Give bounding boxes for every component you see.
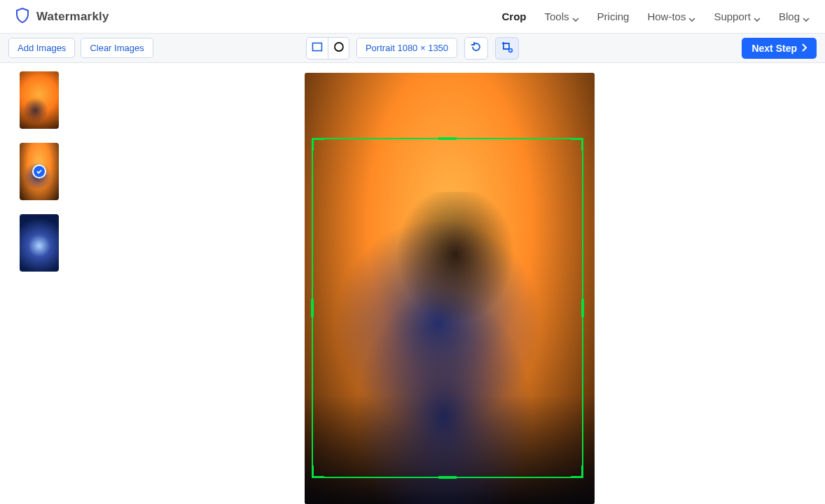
chevron-down-icon [803, 13, 810, 20]
brand-wrap: Watermarkly [15, 8, 109, 26]
rotate-ccw-icon [470, 41, 483, 56]
nav-tools-label: Tools [545, 10, 569, 22]
thumbnail-sidebar [0, 63, 74, 504]
add-images-button[interactable]: Add Images [8, 38, 75, 58]
nav-crop[interactable]: Crop [502, 10, 527, 22]
rectangle-icon [312, 42, 323, 55]
thumbnail-1[interactable] [20, 71, 59, 129]
crop-handle-bottom-right[interactable] [571, 465, 583, 478]
circle-shape-button[interactable] [328, 38, 349, 59]
main-image[interactable] [305, 73, 595, 504]
crop-handle-top-right[interactable] [571, 138, 583, 150]
crop-handle-left[interactable] [311, 299, 314, 317]
app-header: Watermarkly Crop Tools Pricing How-tos S… [0, 0, 825, 34]
batch-apply-button[interactable] [495, 37, 519, 59]
canvas-area [74, 63, 825, 504]
selected-check-icon [32, 164, 46, 178]
nav-howtos[interactable]: How-tos [647, 10, 695, 22]
chevron-down-icon [754, 13, 761, 20]
next-step-label: Next Step [751, 43, 797, 54]
crop-handle-right[interactable] [581, 299, 584, 317]
aspect-shape-toggle [306, 37, 349, 59]
nav-pricing[interactable]: Pricing [597, 10, 630, 22]
nav-blog-label: Blog [779, 10, 800, 22]
rectangle-shape-button[interactable] [307, 38, 328, 59]
rotate-button[interactable] [464, 37, 488, 59]
chevron-right-icon [801, 43, 807, 54]
circle-icon [333, 41, 344, 55]
thumbnail-3[interactable] [20, 214, 59, 272]
crop-plus-icon [501, 41, 513, 56]
brand-name: Watermarkly [36, 10, 109, 24]
nav-blog[interactable]: Blog [779, 10, 810, 22]
svg-point-1 [334, 43, 342, 51]
main-area [0, 63, 825, 504]
chevron-down-icon [572, 13, 579, 20]
nav-howtos-label: How-tos [647, 10, 686, 22]
crop-handle-top[interactable] [438, 137, 457, 140]
shield-logo-icon [15, 8, 29, 26]
crop-handle-top-left[interactable] [312, 138, 324, 150]
toolbar-center: Portrait 1080 × 1350 [306, 37, 519, 59]
thumbnail-2[interactable] [20, 143, 59, 200]
nav-support[interactable]: Support [714, 10, 761, 22]
toolbar-left: Add Images Clear Images [8, 38, 153, 58]
nav-tools[interactable]: Tools [545, 10, 579, 22]
crop-rectangle[interactable] [312, 138, 583, 478]
crop-dimensions-button[interactable]: Portrait 1080 × 1350 [356, 38, 457, 58]
crop-handle-bottom-left[interactable] [312, 465, 324, 478]
next-step-button[interactable]: Next Step [742, 38, 817, 59]
chevron-down-icon [688, 13, 695, 20]
clear-images-button[interactable]: Clear Images [81, 38, 153, 58]
main-nav: Crop Tools Pricing How-tos Support Blog [502, 10, 810, 22]
toolbar: Add Images Clear Images Portrait 1080 × … [0, 34, 825, 63]
crop-handle-bottom[interactable] [438, 476, 457, 479]
nav-support-label: Support [714, 10, 751, 22]
svg-rect-0 [312, 43, 321, 50]
